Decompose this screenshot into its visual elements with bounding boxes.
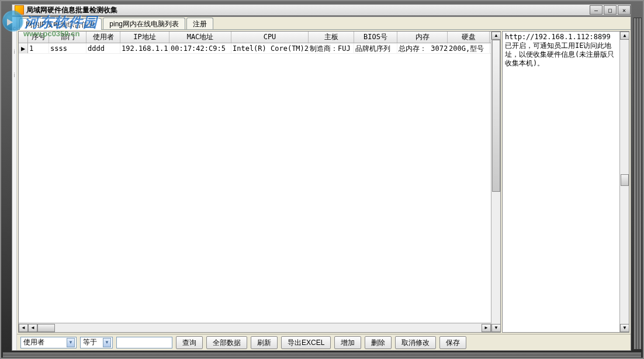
window-title: 局域网硬件信息批量检测收集 <box>26 5 117 15</box>
frame-right-rail <box>633 18 642 350</box>
grid-header: 序号 部门 使用者 IP地址 MAC地址 CPU 主板 BIOS号 内存 硬盘 <box>19 32 491 43</box>
export-excel-button[interactable]: 导出EXCEL <box>281 336 331 349</box>
col-ip[interactable]: IP地址 <box>120 32 169 43</box>
delete-button[interactable]: 删除 <box>365 336 392 349</box>
tab-ip-info[interactable]: 网内IP及电脑综合信息 <box>19 18 102 30</box>
info-panel-scrollbar[interactable]: ▲ ▼ <box>619 32 629 332</box>
all-data-button[interactable]: 全部数据 <box>206 336 247 349</box>
info-scroll-thumb[interactable] <box>621 174 629 186</box>
scroll-right-button[interactable]: ► <box>482 324 491 332</box>
hscroll-track[interactable] <box>37 324 482 332</box>
save-button[interactable]: 保存 <box>439 336 466 349</box>
cell-mb[interactable]: 制造商：FUJ <box>309 43 354 53</box>
col-user[interactable]: 使用者 <box>86 32 120 43</box>
info-scroll-up-button[interactable]: ▲ <box>620 32 629 40</box>
info-scroll-down-button[interactable]: ▼ <box>620 324 629 332</box>
main-column: 网内IP及电脑综合信息 ping网内在线电脑列表 注册 序号 部门 使用者 I <box>17 17 631 350</box>
bottom-toolbar: 使用者 ▼ 等于 ▼ 查询 全部数据 刷新 导出EXCEL 增加 删除 取消修改… <box>17 334 631 350</box>
frame-bottom-rail <box>2 352 642 358</box>
col-seq[interactable]: 序号 <box>28 32 49 43</box>
maximize-button[interactable]: □ <box>604 5 617 15</box>
col-dept[interactable]: 部门 <box>49 32 86 43</box>
cell-hdd[interactable]: 200G,型号 <box>448 43 490 53</box>
filter-op-value: 等于 <box>83 337 97 347</box>
info-panel: http://192.168.1.112:8899已开启，可通知员工用IE访问此… <box>502 31 629 333</box>
col-cpu[interactable]: CPU <box>231 32 309 43</box>
grid-horizontal-scrollbar[interactable]: ◄ ◄ ► <box>19 323 491 332</box>
app-icon <box>15 5 24 15</box>
cell-mem[interactable]: 总内存： 3072 <box>397 43 448 53</box>
col-mem[interactable]: 内存 <box>397 32 448 43</box>
vscroll-thumb[interactable] <box>492 40 500 192</box>
col-mb[interactable]: 主板 <box>309 32 354 43</box>
cell-ip[interactable]: 192.168.1.1 <box>120 43 169 53</box>
content-row: 序号 部门 使用者 IP地址 MAC地址 CPU 主板 BIOS号 内存 硬盘 <box>17 30 631 334</box>
tab-strip: 网内IP及电脑综合信息 ping网内在线电脑列表 注册 <box>17 17 631 30</box>
row-indicator-icon: ▶ <box>19 43 28 53</box>
close-button[interactable]: ✕ <box>618 5 631 15</box>
filter-field-value: 使用者 <box>23 337 44 347</box>
tab-register[interactable]: 注册 <box>186 18 213 29</box>
tab-ping-list[interactable]: ping网内在线电脑列表 <box>103 18 185 29</box>
filter-field-select[interactable]: 使用者 ▼ <box>20 337 77 348</box>
add-button[interactable]: 增加 <box>334 336 361 349</box>
cell-dept[interactable]: ssss <box>49 43 86 53</box>
title-bar: 局域网硬件信息批量检测收集 — □ ✕ <box>12 4 631 16</box>
scroll-left-button[interactable]: ◄ <box>19 324 28 332</box>
filter-op-select[interactable]: 等于 ▼ <box>80 337 113 348</box>
grid-vertical-scrollbar[interactable]: ▲ ▼ <box>491 32 500 332</box>
minimize-button[interactable]: — <box>590 5 603 15</box>
vscroll-up-button[interactable]: ▲ <box>491 32 501 40</box>
cancel-edit-button[interactable]: 取消修改 <box>395 336 436 349</box>
cell-mac[interactable]: 00:17:42:C9:5 <box>169 43 231 53</box>
hscroll-thumb[interactable] <box>37 324 55 332</box>
window-body: cii 网内IP及电脑综合信息 ping网内在线电脑列表 注册 序号 部门 <box>12 16 631 351</box>
info-panel-text: http://192.168.1.112:8899已开启，可通知员工用IE访问此… <box>505 33 626 68</box>
table-row[interactable]: ▶ 1 ssss dddd 192.168.1.1 00:17:42:C9:5 … <box>19 43 491 54</box>
filter-value-input[interactable] <box>116 337 172 348</box>
vscroll-track[interactable] <box>491 40 500 324</box>
col-hdd[interactable]: 硬盘 <box>448 32 490 43</box>
cell-cpu[interactable]: Intel(R) Core(TM)2 <box>231 43 309 53</box>
col-mac[interactable]: MAC地址 <box>169 32 231 43</box>
data-grid: 序号 部门 使用者 IP地址 MAC地址 CPU 主板 BIOS号 内存 硬盘 <box>18 31 501 333</box>
scroll-left2-button[interactable]: ◄ <box>28 324 37 332</box>
chevron-down-icon[interactable]: ▼ <box>103 338 111 347</box>
cell-seq[interactable]: 1 <box>28 43 49 53</box>
refresh-button[interactable]: 刷新 <box>251 336 278 349</box>
info-scroll-track[interactable] <box>620 40 629 324</box>
grid-corner <box>19 32 28 43</box>
left-gutter: cii <box>12 17 17 350</box>
query-button[interactable]: 查询 <box>176 336 203 349</box>
cell-user[interactable]: dddd <box>86 43 120 53</box>
grid-body[interactable]: ▶ 1 ssss dddd 192.168.1.1 00:17:42:C9:5 … <box>19 43 491 323</box>
cell-bios[interactable]: 品牌机序列 <box>354 43 397 53</box>
vscroll-down-button[interactable]: ▼ <box>491 324 501 332</box>
chevron-down-icon[interactable]: ▼ <box>67 338 75 347</box>
app-outer-frame: 河东软件园 www.pc0359.cn 局域网硬件信息批量检测收集 — □ ✕ … <box>0 0 644 359</box>
col-bios[interactable]: BIOS号 <box>354 32 397 43</box>
